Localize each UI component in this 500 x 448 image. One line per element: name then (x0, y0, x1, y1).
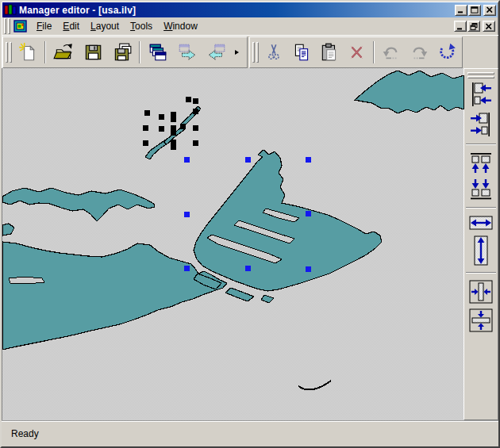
copy-button[interactable] (287, 39, 315, 66)
toolbar-grip[interactable] (256, 42, 259, 63)
cut-icon (263, 42, 284, 63)
maximize-button[interactable] (468, 5, 481, 16)
selection-handle-black (193, 109, 198, 114)
open-folder-button[interactable] (48, 39, 78, 66)
map-editor-canvas[interactable] (2, 68, 463, 420)
minimize-icon (456, 23, 464, 30)
mdi-restore-button[interactable] (467, 21, 480, 32)
menu-file[interactable]: File (31, 18, 57, 35)
paste-icon (319, 42, 340, 63)
main-toolbar (2, 36, 248, 68)
window-title: Manager editor - [usa.ilv] (19, 5, 452, 16)
previous-window-button[interactable] (202, 39, 231, 66)
selection-handle-blue (245, 266, 251, 271)
restore-icon (470, 23, 478, 30)
manager-editor-window: Manager editor - [usa.ilv] FileEditLayou… (0, 0, 500, 448)
status-bar: Ready (2, 420, 498, 446)
new-document-icon (17, 42, 38, 63)
toolbar-grip[interactable] (6, 42, 8, 63)
redo-icon (409, 42, 429, 63)
prince-edward-island-west (2, 224, 14, 235)
align-top-button[interactable] (468, 151, 494, 174)
app-icon (4, 4, 17, 17)
menu-window[interactable]: Window (158, 18, 203, 35)
same-height-icon (468, 235, 494, 266)
mdi-close-button[interactable] (483, 21, 495, 32)
same-width-button[interactable] (468, 214, 494, 232)
delete-button[interactable] (343, 39, 371, 66)
toolbar-separator (466, 272, 496, 274)
selection-handle-blue (184, 157, 190, 163)
selection-handle-black (143, 140, 148, 146)
menubar-grip[interactable] (4, 18, 6, 34)
toolbar-grip[interactable] (252, 42, 255, 63)
minimize-button[interactable] (455, 5, 467, 16)
mdi-document-icon[interactable] (13, 20, 28, 33)
menu-tools[interactable]: Tools (125, 18, 158, 35)
new-document-button[interactable] (13, 39, 42, 66)
selection-handle-black (144, 110, 150, 116)
overflow-arrow-icon (233, 48, 240, 56)
mdi-minimize-button[interactable] (454, 21, 467, 32)
toolbar-separator (139, 41, 140, 63)
save-button[interactable] (78, 39, 107, 66)
overflow-arrow-button[interactable] (231, 39, 241, 66)
cut-button[interactable] (260, 39, 287, 66)
selection-handle-black (143, 125, 148, 131)
paste-button[interactable] (315, 39, 343, 66)
next-window-button[interactable] (172, 39, 202, 66)
refresh-button[interactable] (433, 39, 460, 66)
selection-handle-black (171, 112, 176, 122)
undo-icon (381, 42, 402, 63)
same-height-button[interactable] (468, 235, 494, 266)
sable-island (298, 381, 331, 390)
toolbar-grip[interactable] (467, 72, 494, 75)
chedabucto-islets (225, 288, 254, 301)
menubar-grip[interactable] (8, 18, 10, 34)
east-islet (261, 295, 274, 303)
align-bottom-icon (468, 178, 494, 201)
toolbar-grip[interactable] (467, 76, 494, 78)
selection-handle-blue (184, 266, 190, 271)
align-left-icon (468, 81, 494, 108)
cascade-windows-button[interactable] (143, 39, 172, 66)
menu-layout[interactable]: Layout (85, 18, 125, 35)
align-right-button[interactable] (468, 111, 494, 138)
selection-handle-black (193, 125, 198, 131)
toolbar-separator (466, 144, 496, 145)
redo-button[interactable] (405, 39, 433, 66)
save-all-button[interactable] (107, 39, 137, 66)
maximize-icon (471, 6, 479, 13)
align-bottom-button[interactable] (468, 178, 494, 201)
selection-handle-black (186, 97, 191, 102)
toolbar-grip[interactable] (10, 42, 12, 63)
selection-handle-blue (245, 157, 251, 163)
edit-toolbar (249, 36, 463, 68)
center-vertical-button[interactable] (468, 308, 494, 333)
align-left-button[interactable] (468, 81, 494, 108)
prince-edward-island (2, 188, 155, 221)
selection-handle-black (193, 140, 198, 146)
next-window-icon (177, 42, 198, 63)
menu-edit[interactable]: Edit (57, 18, 85, 35)
close-icon (486, 6, 494, 13)
map-canvas[interactable] (2, 68, 464, 420)
undo-button[interactable] (377, 39, 405, 66)
toolbar-separator (466, 207, 496, 209)
newfoundland-coast (355, 71, 464, 113)
close-button[interactable] (483, 5, 496, 16)
status-text: Ready (11, 428, 39, 439)
selection-handle-black (180, 124, 186, 129)
selection-handle-black (159, 114, 164, 120)
minimize-icon (457, 6, 465, 13)
selection-handle-blue (306, 211, 311, 216)
selection-handle-black (171, 125, 176, 136)
save-all-icon (112, 42, 133, 63)
center-horizontal-button[interactable] (468, 279, 494, 304)
same-width-icon (468, 214, 494, 232)
selection-handle-black (193, 98, 198, 104)
close-icon (485, 23, 493, 30)
nova-scotia-mainland (2, 242, 227, 350)
align-right-icon (468, 111, 494, 138)
cascade-windows-icon (148, 42, 168, 63)
